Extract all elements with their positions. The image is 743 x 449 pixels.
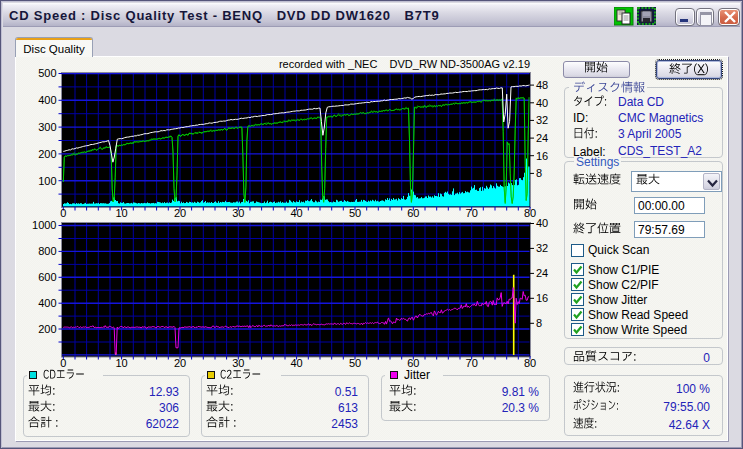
svg-text:0: 0	[60, 357, 66, 369]
svg-text:32: 32	[536, 242, 548, 254]
svg-text:300: 300	[38, 121, 56, 133]
svg-text:10: 10	[115, 207, 127, 219]
svg-text:200: 200	[38, 148, 56, 160]
svg-text:recorded with _NEC DVD_RW N: recorded with _NEC DVD_RW ND-3500AG v2.1…	[279, 58, 530, 70]
svg-text:8: 8	[536, 167, 542, 179]
svg-text:70: 70	[466, 357, 478, 369]
svg-text:24: 24	[536, 267, 548, 279]
svg-text:20: 20	[174, 357, 186, 369]
svg-text:60: 60	[407, 207, 419, 219]
svg-text:800: 800	[38, 245, 56, 257]
svg-text:16: 16	[536, 292, 548, 304]
svg-text:400: 400	[38, 297, 56, 309]
svg-text:40: 40	[536, 97, 548, 109]
svg-text:30: 30	[232, 207, 244, 219]
svg-text:40: 40	[290, 207, 302, 219]
svg-text:100: 100	[38, 175, 56, 187]
svg-text:16: 16	[536, 150, 548, 162]
svg-text:40: 40	[290, 357, 302, 369]
svg-text:32: 32	[536, 114, 548, 126]
svg-text:400: 400	[38, 94, 56, 106]
svg-text:8: 8	[536, 317, 542, 329]
svg-text:80: 80	[524, 207, 536, 219]
svg-text:50: 50	[349, 357, 361, 369]
svg-text:24: 24	[536, 132, 548, 144]
svg-text:500: 500	[38, 67, 56, 79]
svg-text:200: 200	[38, 323, 56, 335]
svg-text:80: 80	[524, 357, 536, 369]
svg-text:600: 600	[38, 271, 56, 283]
svg-text:20: 20	[174, 207, 186, 219]
svg-text:50: 50	[349, 207, 361, 219]
svg-text:40: 40	[536, 217, 548, 229]
svg-text:10: 10	[115, 357, 127, 369]
svg-text:70: 70	[466, 207, 478, 219]
svg-text:30: 30	[232, 357, 244, 369]
svg-text:0: 0	[60, 207, 66, 219]
svg-text:48: 48	[536, 79, 548, 91]
svg-text:1000: 1000	[32, 219, 56, 231]
